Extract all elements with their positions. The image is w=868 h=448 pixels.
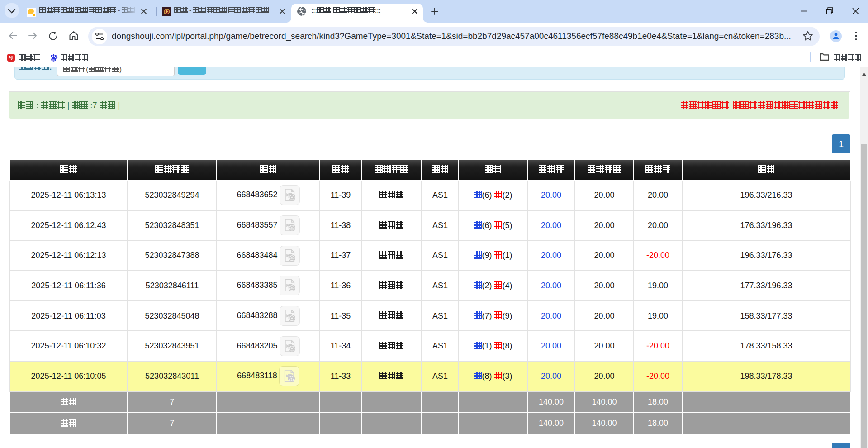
svg-text:du: du (52, 58, 55, 61)
